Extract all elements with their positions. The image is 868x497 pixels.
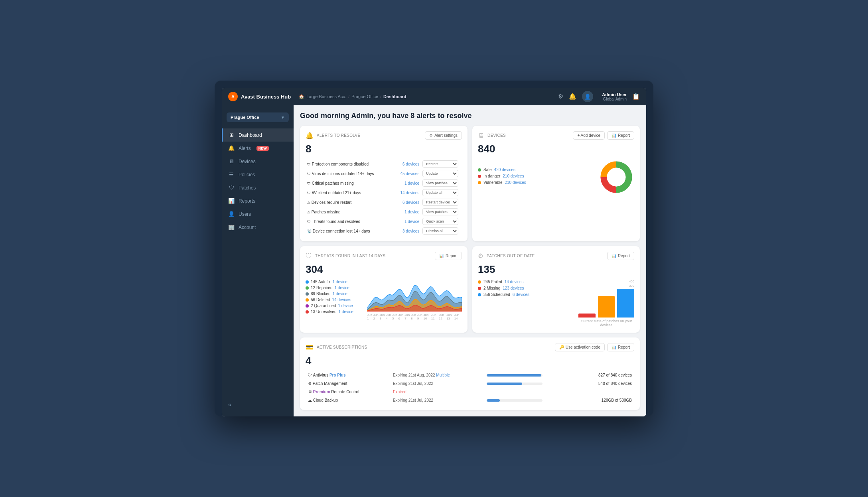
sub-count: 120GB of 500GB xyxy=(576,396,634,404)
alert-devices-link[interactable]: 1 device xyxy=(391,207,421,217)
autofix-dot xyxy=(306,280,309,284)
top-cards-row: 🔔 Alerts to resolve ⚙ Alert settings 8 🛡… xyxy=(300,126,640,241)
scheduled-link[interactable]: 6 devices xyxy=(513,292,529,297)
screen: A Avast Business Hub 🏠 Large Business Ac… xyxy=(222,88,646,416)
bar-failed xyxy=(578,314,596,318)
legend-deleted: 56 Deleted 14 devices xyxy=(306,298,361,302)
sidebar-item-devices[interactable]: 🖥 Devices xyxy=(222,155,294,168)
alert-action-select[interactable]: Restart devices xyxy=(422,199,458,206)
devices-report-button[interactable]: 📊 Report xyxy=(607,131,634,140)
avatar[interactable]: 👤 xyxy=(582,91,593,102)
blocked-dot xyxy=(306,292,309,296)
vulnerable-dot xyxy=(478,181,481,184)
sidebar-item-account[interactable]: 🏢 Account xyxy=(222,221,294,234)
alert-devices-link[interactable]: 6 devices xyxy=(391,197,421,207)
legend-repaired: 12 Repaired 1 device xyxy=(306,286,361,290)
sidebar-item-policies[interactable]: ☰ Policies xyxy=(222,168,294,181)
alert-devices-link[interactable]: 3 devices xyxy=(391,226,421,236)
unresolved-link[interactable]: 1 device xyxy=(338,310,353,314)
subs-report-button[interactable]: 📊 Report xyxy=(607,343,634,351)
legend-quarantined: 2 Quarantined 1 device xyxy=(306,304,361,308)
deleted-link[interactable]: 14 devices xyxy=(332,298,351,302)
add-device-button[interactable]: + Add device xyxy=(573,131,605,140)
breadcrumb-office[interactable]: Prague Office xyxy=(351,94,378,99)
missing-link[interactable]: 123 devices xyxy=(503,286,524,290)
autofix-link[interactable]: 1 device xyxy=(332,280,347,284)
breadcrumb-account[interactable]: Large Business Acc. xyxy=(306,94,346,99)
patches-report-button[interactable]: 📊 Report xyxy=(607,252,634,260)
alert-action-select[interactable]: Update all xyxy=(422,189,458,196)
sidebar-item-reports[interactable]: 📊 Reports xyxy=(222,194,294,207)
patches-legend: 245 Failed 14 devices 2 Missing 123 devi… xyxy=(478,280,573,299)
repaired-link[interactable]: 1 device xyxy=(334,286,349,290)
alert-icon: 🛡 xyxy=(307,191,311,195)
activation-code-button[interactable]: 🔑 Use activation code xyxy=(555,343,605,351)
alert-devices-link[interactable]: 6 devices xyxy=(391,159,421,169)
threats-legend: 145 Autofix 1 device 12 Repaired 1 devic… xyxy=(306,280,361,320)
sub-icon: 🖥 xyxy=(308,390,312,394)
sidebar-label-account: Account xyxy=(239,225,256,230)
sub-icon: ☁ xyxy=(308,398,312,402)
alert-devices-link[interactable]: 1 device xyxy=(391,178,421,188)
threats-card: 🛡 Threats found in last 14 days 📊 Report… xyxy=(300,246,468,333)
workspace-selector[interactable]: Prague Office ▼ xyxy=(227,112,289,122)
alert-action-select[interactable]: View patches xyxy=(422,208,458,215)
vulnerable-link[interactable]: 210 devices xyxy=(505,180,526,185)
failed-dot xyxy=(478,280,481,284)
safe-link[interactable]: 420 devices xyxy=(494,168,515,172)
sidebar-label-reports: Reports xyxy=(239,198,255,204)
blocked-link[interactable]: 1 device xyxy=(332,292,347,296)
patch-chart-note: Current state of patches on your devices xyxy=(578,319,634,327)
threats-card-header: 🛡 Threats found in last 14 days 📊 Report xyxy=(306,252,462,260)
alert-action-select[interactable]: Quick scan xyxy=(422,218,458,225)
legend-unresolved: 13 Unresolved 1 device xyxy=(306,310,361,314)
threats-report-button[interactable]: 📊 Report xyxy=(435,252,462,260)
alert-devices-link[interactable]: 45 devices xyxy=(391,169,421,178)
alert-action-select[interactable]: View patches xyxy=(422,179,458,187)
alert-action-select[interactable]: Dismiss all xyxy=(422,227,458,235)
bar-chart-bars xyxy=(578,286,634,318)
alert-devices-link[interactable]: 1 device xyxy=(391,217,421,226)
alert-row: ⚠ Devices require restart 6 devices Rest… xyxy=(306,197,462,207)
devices-count: 840 xyxy=(478,143,634,155)
alert-icon: 🛡 xyxy=(307,220,311,224)
premium-label[interactable]: Premium xyxy=(313,390,330,394)
subscription-progress-bar xyxy=(487,383,542,385)
notification-icon[interactable]: 🔔 xyxy=(569,93,576,100)
sidebar-item-alerts[interactable]: 🔔 Alerts NEW xyxy=(222,142,294,155)
danger-link[interactable]: 210 devices xyxy=(503,174,524,178)
quarantined-link[interactable]: 1 device xyxy=(338,304,353,308)
sidebar-label-patches: Patches xyxy=(239,185,256,191)
settings-icon[interactable]: ⚙ xyxy=(558,93,563,100)
sub-count: 540 of 840 devices xyxy=(576,379,634,388)
donut-chart xyxy=(598,159,634,195)
subscriptions-table: 🛡 Antivirus Pro Plus Expiring 21st Aug, … xyxy=(306,371,634,404)
alert-icon: ⚠ xyxy=(307,210,310,214)
bar-scheduled xyxy=(617,289,634,318)
failed-link[interactable]: 14 devices xyxy=(505,280,524,284)
sidebar-item-dashboard[interactable]: ⊞ Dashboard xyxy=(222,128,294,142)
deleted-dot xyxy=(306,298,309,302)
sidebar-label-devices: Devices xyxy=(239,159,256,164)
sub-tag[interactable]: Multiple xyxy=(436,373,450,377)
threats-card-content: 145 Autofix 1 device 12 Repaired 1 devic… xyxy=(306,280,462,320)
alert-settings-button[interactable]: ⚙ Alert settings xyxy=(425,131,462,140)
apps-icon[interactable]: 📋 xyxy=(632,93,640,100)
sidebar-collapse-button[interactable]: « xyxy=(222,396,294,412)
legend-vulnerable: Vulnerable 210 devices xyxy=(478,180,598,185)
alert-icon: 🛡 xyxy=(307,181,311,185)
sub-icon: ⚙ xyxy=(308,381,312,386)
alert-row: ⚠ Patches missing 1 device View patches xyxy=(306,207,462,217)
alert-row: 📡 Device connection lost 14+ days 3 devi… xyxy=(306,226,462,236)
alert-action-select[interactable]: Restart xyxy=(422,160,458,168)
alert-action-select[interactable]: Update xyxy=(422,170,458,177)
alert-devices-link[interactable]: 14 devices xyxy=(391,188,421,197)
subscription-progress-bar xyxy=(487,399,542,402)
devices-icon: 🖥 xyxy=(228,158,235,164)
sub-expiry: Expiring 21st Aug, 2022 xyxy=(393,373,435,377)
patches-report-icon: 📊 xyxy=(612,254,616,258)
sidebar-item-users[interactable]: 👤 Users xyxy=(222,207,294,221)
sidebar-item-patches[interactable]: 🛡 Patches xyxy=(222,181,294,194)
patches-bar-chart: 400 300 200 Current state of patches on … xyxy=(578,280,634,327)
main-layout: Prague Office ▼ ⊞ Dashboard 🔔 Alerts NEW… xyxy=(222,105,646,416)
